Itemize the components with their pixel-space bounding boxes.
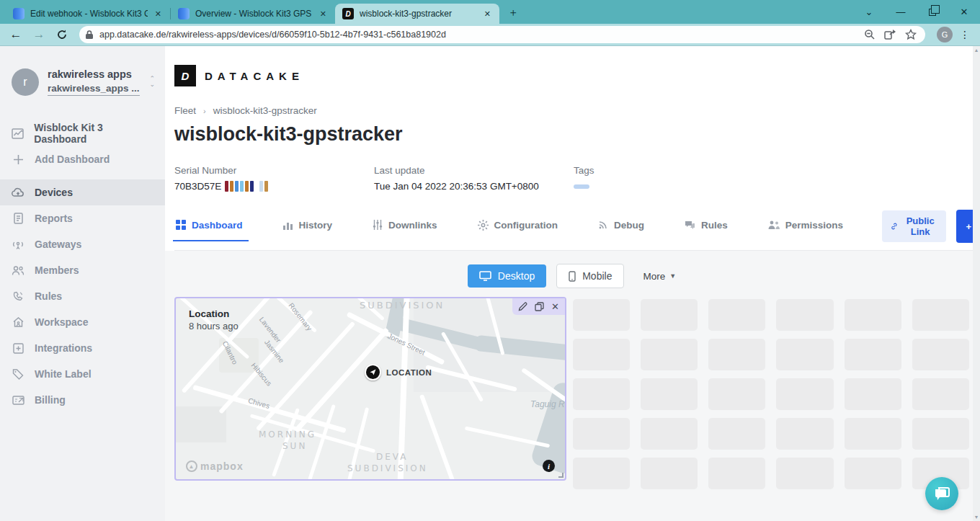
tab-history[interactable]: History <box>282 220 334 241</box>
widget-copy-icon[interactable] <box>535 302 544 311</box>
view-mode-row: Desktop Mobile More ▼ <box>174 259 969 297</box>
area-label: DEVA <box>376 452 408 462</box>
device-tabs: Dashboard History Downlinks Configuratio… <box>174 210 980 251</box>
datacake-brand[interactable]: D DATACAKE <box>174 65 980 86</box>
sidebar-item-label: Wisblock Kit 3 Dashboard <box>34 122 153 145</box>
cloud-upload-icon <box>12 187 24 198</box>
antenna-icon <box>12 239 24 250</box>
tab-label: Rules <box>701 220 728 231</box>
close-window-button[interactable]: ✕ <box>948 0 980 24</box>
mobile-view-button[interactable]: Mobile <box>556 264 624 288</box>
location-marker[interactable] <box>365 364 381 380</box>
sidebar-item-members[interactable]: Members <box>0 257 165 283</box>
zoom-out-icon[interactable] <box>864 29 876 40</box>
sidebar-item-dashboard[interactable]: Wisblock Kit 3 Dashboard <box>0 120 165 146</box>
tag-pill[interactable] <box>574 184 589 189</box>
placeholder-cell <box>845 418 901 450</box>
device-meta-row: Serial Number 70B3D57E Last update Tue J… <box>174 163 980 194</box>
scroll-down-icon[interactable]: ▼ <box>974 515 979 520</box>
placeholder-cell <box>708 378 765 410</box>
placeholder-cell <box>708 339 765 370</box>
restore-button[interactable] <box>917 0 948 24</box>
tab-configuration[interactable]: Configuration <box>476 220 559 241</box>
last-update-value: Tue Jan 04 2022 20:36:53 GMT+0800 <box>374 179 574 195</box>
chevron-down-icon: ▼ <box>669 272 676 280</box>
workspace-selector[interactable]: r rakwireless apps rakwireless_apps ... … <box>0 62 165 102</box>
new-tab-button[interactable]: ＋ <box>504 3 522 22</box>
browser-tab-webhook[interactable]: Edit webhook - Wisblock Kit3 GP ✕ <box>6 4 170 24</box>
public-link-button[interactable]: Public Link <box>882 210 946 242</box>
placeholder-cell <box>845 299 901 331</box>
browser-tab-overview[interactable]: Overview - Wisblock Kit3 GPS Tra ✕ <box>171 4 335 24</box>
sidebar-item-integrations[interactable]: Integrations <box>0 335 165 361</box>
browser-tab-bar: Edit webhook - Wisblock Kit3 GP ✕ Overvi… <box>0 0 980 24</box>
tab-close-icon[interactable]: ✕ <box>483 9 492 19</box>
widget-resize-handle[interactable] <box>558 473 564 478</box>
sidebar-item-workspace[interactable]: Workspace <box>0 309 165 335</box>
tab-close-icon[interactable]: ✕ <box>153 9 163 19</box>
url-text: app.datacake.de/rakwireless-apps/devices… <box>99 30 858 40</box>
breadcrumb-fleet[interactable]: Fleet <box>174 105 196 116</box>
scroll-up-icon[interactable]: ▲ <box>974 48 979 53</box>
address-bar[interactable]: app.datacake.de/rakwireless-apps/devices… <box>79 26 925 43</box>
sidebar-item-label: Workspace <box>35 316 88 328</box>
bookmark-star-icon[interactable] <box>905 29 917 40</box>
forward-button[interactable]: → <box>29 25 49 44</box>
area-label: MORNING <box>259 429 316 440</box>
tab-debug[interactable]: Debug <box>597 220 646 241</box>
sidebar-item-reports[interactable]: Reports <box>0 205 165 231</box>
tab-label: Downlinks <box>388 220 437 231</box>
report-file-icon <box>12 213 24 224</box>
widget-remove-icon[interactable]: ✕ <box>551 301 559 312</box>
plus-icon <box>12 154 24 165</box>
more-dropdown[interactable]: More ▼ <box>643 271 676 282</box>
chart-line-icon <box>12 128 24 140</box>
minimize-button[interactable]: — <box>885 0 917 24</box>
workspace-subname: rakwireless_apps ... <box>48 83 140 96</box>
plus-square-icon <box>12 343 24 354</box>
serial-number-value: 70B3D57E <box>174 179 221 195</box>
tab-dashboard[interactable]: Dashboard <box>174 220 244 241</box>
placeholder-cell <box>845 378 901 410</box>
sidebar-item-devices[interactable]: Devices <box>0 179 165 205</box>
water-label: Taguig R <box>530 399 565 409</box>
people-icon <box>768 221 780 230</box>
placeholder-cell <box>641 458 698 489</box>
chat-launcher-button[interactable] <box>925 477 958 510</box>
tab-downlinks[interactable]: Downlinks <box>371 220 439 241</box>
mapbox-attribution[interactable]: ▲ mapbox <box>186 460 244 472</box>
desktop-view-button[interactable]: Desktop <box>468 264 546 288</box>
tab-close-icon[interactable]: ✕ <box>318 9 328 19</box>
reload-button[interactable] <box>52 25 72 44</box>
back-button[interactable]: ← <box>6 25 26 44</box>
tab-permissions[interactable]: Permissions <box>767 220 845 241</box>
sidebar-item-white-label[interactable]: White Label <box>0 361 165 387</box>
serial-number-label: Serial Number <box>174 163 374 179</box>
placeholder-cell <box>912 339 969 370</box>
tab-label: Dashboard <box>192 220 243 231</box>
placeholder-cell <box>573 299 630 331</box>
browser-tab-active[interactable]: D wisblock-kit3-gpstracker ✕ <box>335 4 499 24</box>
webhook-tab-favicon <box>13 8 24 19</box>
location-map-widget[interactable]: Rosemary Lavender Jasmine Cilantro Hibis… <box>174 297 566 481</box>
browser-menu-icon[interactable]: ⋮ <box>956 29 974 40</box>
serial-redacted-bars <box>223 180 271 192</box>
sidebar-item-gateways[interactable]: Gateways <box>0 231 165 257</box>
placeholder-cell <box>776 378 833 410</box>
widget-title-box: Location 8 hours ago <box>189 308 239 331</box>
tab-rules[interactable]: Rules <box>683 220 729 241</box>
sidebar-item-billing[interactable]: Billing <box>0 387 165 413</box>
navigation-arrow-icon <box>369 368 377 376</box>
profile-avatar[interactable]: G <box>937 27 953 43</box>
tab-label: Configuration <box>494 220 558 231</box>
sidebar-item-add-dashboard[interactable]: Add Dashboard <box>0 146 165 172</box>
sidebar-item-rules[interactable]: Rules <box>0 283 165 309</box>
placeholder-cell <box>776 339 833 370</box>
widget-edit-icon[interactable] <box>518 302 527 311</box>
tab-search-icon[interactable]: ⌄ <box>853 0 885 24</box>
placeholder-cell <box>641 339 698 370</box>
share-icon[interactable] <box>884 29 896 40</box>
mapbox-logo-icon: ▲ <box>186 460 197 472</box>
page-scrollbar[interactable]: ▲ ▼ <box>973 46 980 521</box>
sidebar-item-label: White Label <box>35 368 92 380</box>
